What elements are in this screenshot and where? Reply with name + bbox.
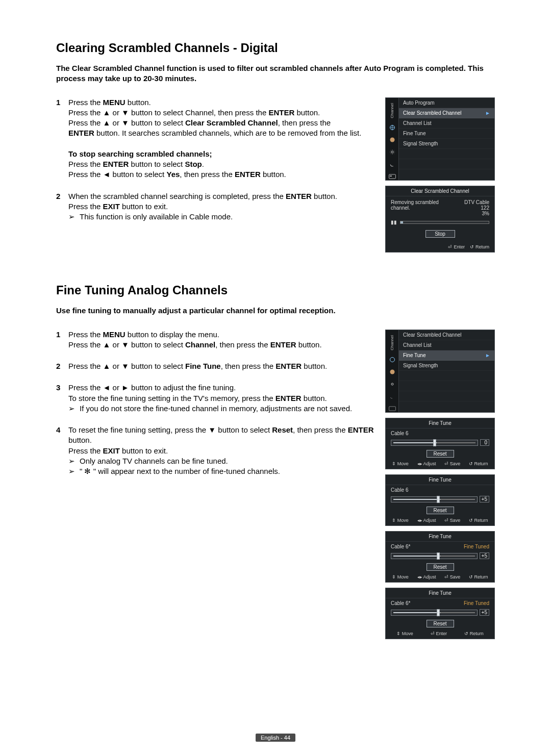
osd2-message: Removing scrambled channel. — [391, 199, 456, 211]
section2-title: Fine Tuning Analog Channels — [56, 283, 495, 297]
finetune-title: Fine Tune — [386, 418, 494, 429]
globe-icon — [389, 356, 396, 363]
finetune-header: Cable 6 — [386, 485, 494, 494]
slider-thumb[interactable] — [437, 552, 440, 560]
fine-tuned-badge: Fine Tuned — [464, 600, 489, 606]
svg-point-2 — [391, 151, 393, 153]
osd-channel-menu-2: Channel Clear Scrambled ChannelChannel L… — [385, 330, 495, 413]
finetune-title: Fine Tune — [386, 532, 494, 542]
globe-icon — [389, 124, 396, 131]
osd-menu-item[interactable]: Signal Strength — [399, 139, 494, 149]
svg-point-7 — [391, 383, 393, 385]
section1-title: Clearing Scrambled Channels - Digital — [56, 41, 495, 55]
foot-save: ⏎ Save — [444, 518, 460, 523]
osd-channel-menu-1: Channel Auto ProgramClear Scrambled Chan… — [385, 97, 495, 181]
foot-move: ⇕ Move — [392, 461, 409, 466]
foot-enter: ⏎ Enter — [448, 244, 465, 249]
foot-move: ⇕ Move — [392, 574, 409, 579]
svg-point-6 — [390, 370, 394, 374]
foot-adjust: ◂▸ Adjust — [417, 461, 436, 466]
foot-save: ⏎ Save — [444, 574, 460, 579]
finetune-footer: ⇕ Move⏎ Enter↺ Return — [386, 629, 494, 639]
foot-return: ↺ Return — [469, 574, 488, 579]
osd-fine-tune-panel: Fine TuneCable 60Reset⇕ Move◂▸ Adjust⏎ S… — [385, 418, 495, 469]
palette-icon — [389, 136, 396, 143]
finetune-value: +5 — [480, 552, 489, 559]
osd-fine-tune-panel: Fine TuneCable 6*Fine Tuned+5Reset⇕ Move… — [385, 588, 495, 639]
satellite-icon — [389, 161, 396, 168]
step: 3Press the ◄ or ► button to adjust the f… — [56, 383, 376, 414]
section2-steps: 1Press the MENU button to display the me… — [56, 330, 376, 477]
finetune-slider[interactable]: +5 — [386, 550, 494, 559]
section2-intro: Use fine tuning to manually adjust a par… — [56, 306, 495, 316]
progress-bar — [400, 221, 489, 224]
slider-thumb[interactable] — [437, 496, 440, 503]
step-number: 4 — [56, 425, 68, 476]
svg-rect-8 — [389, 407, 395, 411]
foot-return: ↺ Return — [470, 244, 489, 249]
finetune-header: Cable 6*Fine Tuned — [386, 542, 494, 550]
finetune-footer: ⇕ Move◂▸ Adjust⏎ Save↺ Return — [386, 516, 494, 525]
step-note: ➢This function is only available in Cabl… — [68, 212, 376, 222]
step-note: ➢" ✻ " will appear next to the number of… — [68, 466, 376, 476]
step-note: ➢Only analog TV channels can be fine tun… — [68, 456, 376, 466]
osd-menu-item-empty — [399, 391, 494, 401]
step-body: Press the MENU button to display the men… — [68, 330, 376, 350]
step: 1Press the MENU button.Press the ▲ or ▼ … — [56, 97, 376, 180]
gear-icon — [389, 148, 396, 156]
satellite-icon — [389, 393, 396, 400]
reset-button[interactable]: Reset — [427, 450, 454, 458]
osd-menu-item[interactable]: Auto Program — [399, 98, 494, 108]
step-body: Press the ▲ or ▼ button to select Fine T… — [68, 361, 376, 371]
foot-return: ↺ Return — [469, 461, 488, 466]
page-number-pill: English - 44 — [256, 734, 295, 742]
osd-menu-item[interactable]: Signal Strength — [399, 361, 494, 371]
finetune-slider[interactable]: 0 — [386, 437, 494, 446]
osd-menu-item[interactable]: Fine Tune — [399, 129, 494, 139]
step: 2Press the ▲ or ▼ button to select Fine … — [56, 361, 376, 371]
osd-menu-item-label: Clear Scrambled Channel — [403, 332, 462, 338]
step-body: Press the ◄ or ► button to adjust the fi… — [68, 383, 376, 414]
arrow-right-icon: ► — [485, 110, 490, 116]
osd2-channel: DTV Cable 122 — [464, 199, 489, 211]
osd-menu-item[interactable]: Fine Tune► — [399, 350, 494, 361]
step-body: When the scrambled channel searching is … — [68, 191, 376, 222]
osd-menu-item-empty — [399, 159, 494, 169]
osd-fine-tune-panel: Fine TuneCable 6*Fine Tuned+5Reset⇕ Move… — [385, 531, 495, 583]
step-number: 2 — [56, 361, 68, 371]
osd-menu-item-label: Fine Tune — [403, 352, 425, 358]
osd-menu-item[interactable]: Channel List — [399, 118, 494, 129]
step-number: 3 — [56, 383, 68, 414]
foot-move: ⇕ Move — [396, 631, 413, 636]
foot-adjust: ◂▸ Adjust — [417, 574, 436, 579]
finetune-channel-label: Cable 6* — [391, 600, 410, 606]
reset-button[interactable]: Reset — [427, 563, 454, 571]
reset-button[interactable]: Reset — [427, 507, 454, 514]
section1-steps: 1Press the MENU button.Press the ▲ or ▼ … — [56, 97, 376, 222]
finetune-slider[interactable]: +5 — [386, 494, 494, 502]
finetune-value: +5 — [480, 496, 489, 502]
fine-tuned-badge: Fine Tuned — [464, 544, 489, 549]
osd-menu-item-empty — [399, 149, 494, 159]
stop-button[interactable]: Stop — [425, 230, 455, 238]
step: 2When the scrambled channel searching is… — [56, 191, 376, 222]
slider-thumb[interactable] — [437, 609, 440, 616]
reset-button[interactable]: Reset — [427, 620, 454, 627]
finetune-footer: ⇕ Move◂▸ Adjust⏎ Save↺ Return — [386, 573, 494, 582]
osd2-title: Clear Scrambled Channel — [386, 186, 494, 196]
osd-menu-item[interactable]: Clear Scrambled Channel► — [399, 108, 494, 118]
osd-menu-item-label: Channel List — [403, 120, 432, 126]
svg-point-1 — [390, 138, 394, 142]
finetune-header: Cable 6 — [386, 429, 494, 437]
osd-menu-item[interactable]: Channel List — [399, 340, 494, 350]
osd-menu-item-label: Signal Strength — [403, 363, 438, 368]
slider-thumb[interactable] — [433, 439, 436, 446]
osd-menu-item[interactable]: Clear Scrambled Channel — [399, 330, 494, 340]
page-footer: English - 44 — [0, 733, 551, 742]
step-number: 1 — [56, 97, 68, 180]
foot-return: ↺ Return — [469, 518, 488, 523]
gear-icon — [389, 381, 396, 388]
step-body: Press the MENU button.Press the ▲ or ▼ b… — [68, 97, 376, 180]
finetune-value: +5 — [480, 609, 489, 616]
finetune-slider[interactable]: +5 — [386, 607, 494, 616]
